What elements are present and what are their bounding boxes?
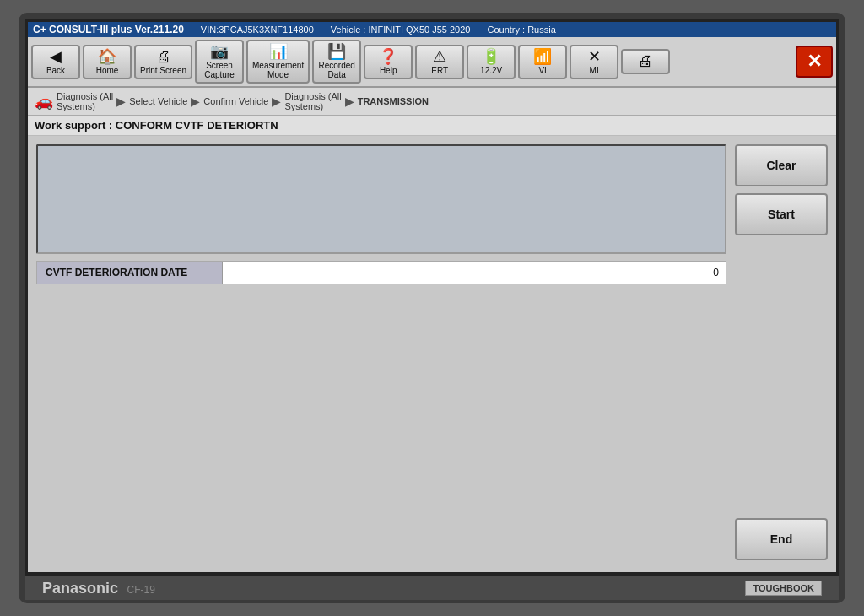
main-content: CVTF DETERIORATION DATE 0 Clear Start En… [28,136,836,572]
battery-icon: 🔋 [482,49,500,64]
work-support-title: Work support : CONFORM CVTF DETERIORTN [28,116,836,136]
printer-button[interactable]: 🖨 [621,49,670,74]
left-panel: CVTF DETERIORATION DATE 0 [36,144,726,323]
close-icon: ✕ [807,51,822,73]
brand-model: CF-19 [127,584,155,596]
measurement-mode-label: MeasurementMode [252,61,304,79]
breadcrumb-label-1: Diagnosis (AllSystems) [57,91,113,111]
right-panel: Clear Start [735,144,828,323]
screen-capture-label: ScreenCapture [204,61,235,79]
app-name: C+ CONSULT-III plus Ver.211.20 [33,24,184,35]
back-icon: ◀ [50,49,62,64]
data-row: CVTF DETERIORATION DATE 0 [36,261,726,284]
start-button[interactable]: Start [735,193,828,235]
ert-button[interactable]: ⚠ ERT [415,45,464,79]
clear-button[interactable]: Clear [735,144,828,186]
vehicle-info: Vehicle : INFINITI QX50 J55 2020 [331,24,471,35]
car-icon: 🚗 [35,92,53,111]
toolbar: ◀ Back 🏠 Home 🖨 Print Screen 📷 ScreenCap… [28,37,836,88]
measurement-mode-button[interactable]: 📊 MeasurementMode [246,40,310,84]
help-button[interactable]: ❓ Help [364,45,413,79]
recorded-label: RecordedData [318,61,354,79]
home-icon: 🏠 [98,49,116,64]
close-button[interactable]: ✕ [796,46,833,78]
breadcrumb-item-5: TRANSMISSION [358,96,429,106]
breadcrumb: 🚗 Diagnosis (AllSystems) ▶ Select Vehicl… [28,88,836,116]
breadcrumb-item-3: Confirm Vehicle [203,96,268,106]
title-bar: C+ CONSULT-III plus Ver.211.20 VIN:3PCAJ… [28,22,836,37]
measurement-icon: 📊 [269,44,288,59]
brand-area: Panasonic CF-19 [42,580,155,597]
data-label: CVTF DETERIORATION DATE [37,262,223,284]
breadcrumb-item-1: Diagnosis (AllSystems) [57,91,113,111]
content-area: CVTF DETERIORATION DATE 0 Clear Start [36,144,828,323]
recorded-icon: 💾 [327,44,346,59]
print-screen-button[interactable]: 🖨 Print Screen [134,45,192,79]
recorded-data-button[interactable]: 💾 RecordedData [312,40,361,84]
vi-button[interactable]: 📶 VI [518,45,567,79]
print-screen-icon: 🖨 [156,49,171,64]
back-button[interactable]: ◀ Back [31,45,80,79]
screen-capture-button[interactable]: 📷 ScreenCapture [195,40,244,84]
breadcrumb-arrow-4: ▶ [345,95,354,108]
signal-icon: 📶 [533,49,552,64]
data-value: 0 [223,262,726,284]
warning-icon: ⚠ [433,49,446,64]
mi-icon: ✕ [588,49,601,64]
end-button[interactable]: End [735,518,828,560]
breadcrumb-label-4: Diagnosis (AllSystems) [284,91,341,111]
mi-button[interactable]: ✕ MI [570,45,618,79]
bottom-bar: End [36,515,828,564]
toughbook-badge: TOUGHBOOK [745,581,822,596]
camera-icon: 📷 [210,44,229,59]
vin-info: VIN:3PCAJ5K3XNF114800 [201,24,314,35]
empty-area [36,330,828,509]
brand-name: Panasonic [42,580,118,597]
breadcrumb-label-5: TRANSMISSION [358,96,429,106]
laptop-bottom: Panasonic CF-19 TOUGHBOOK [25,575,839,600]
breadcrumb-item-4: Diagnosis (AllSystems) [284,91,341,111]
breadcrumb-arrow-1: ▶ [116,95,126,108]
voltage-button[interactable]: 🔋 12.2V [467,45,516,79]
breadcrumb-arrow-2: ▶ [191,95,200,108]
printer-icon: 🖨 [638,53,653,68]
breadcrumb-label-2: Select Vehicle [129,96,187,106]
breadcrumb-arrow-3: ▶ [272,95,281,108]
home-button[interactable]: 🏠 Home [83,45,132,79]
help-icon: ❓ [379,49,397,64]
display-box [36,144,726,254]
country-info: Country : Russia [487,24,555,35]
breadcrumb-label-3: Confirm Vehicle [203,96,268,106]
breadcrumb-item-2: Select Vehicle [129,96,187,106]
